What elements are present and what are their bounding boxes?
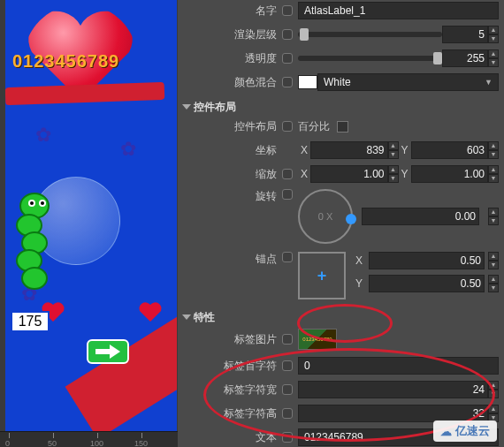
anchor-cross-icon: + (317, 267, 327, 285)
opacity-slider[interactable] (298, 56, 442, 61)
spinner[interactable]: ▲▼ (488, 405, 499, 422)
labelimage-thumb[interactable]: 0123456789 (298, 329, 337, 350)
spinner[interactable]: ▲▼ (488, 275, 499, 292)
atlas-label-digits[interactable]: 0123456789 (12, 51, 119, 72)
flower-icon: ✿ (120, 138, 141, 159)
arrow-right-icon (94, 344, 122, 360)
corner-ribbon (65, 312, 177, 433)
arrow-button[interactable] (87, 339, 129, 364)
spinner[interactable]: ▲▼ (488, 208, 499, 225)
blend-value: White (324, 76, 351, 88)
x-axis-label: X (298, 168, 310, 180)
labelimage-label: 标签图片 (179, 332, 282, 347)
zorder-value[interactable]: 5 (442, 26, 488, 43)
anchor-picker[interactable]: + (298, 252, 346, 299)
name-field[interactable] (298, 2, 499, 19)
scale-label: 缩放 (179, 167, 282, 182)
keyframe-toggle[interactable] (282, 384, 293, 395)
spinner[interactable]: ▲▼ (388, 165, 399, 183)
coord-y-field[interactable]: 603 (411, 141, 489, 159)
text-label: 文本 (179, 430, 282, 445)
y-axis-label: Y (399, 144, 411, 156)
rotation-handle-icon (346, 214, 356, 224)
disclosure-triangle-icon (182, 314, 191, 320)
flower-icon: ✿ (35, 124, 57, 145)
section-feature-header[interactable]: 特性 (179, 308, 499, 326)
zorder-label: 渲染层级 (179, 27, 282, 42)
spinner[interactable]: ▲▼ (388, 141, 399, 159)
percent-checkbox[interactable] (337, 121, 348, 133)
rotate-label: 旋转 (179, 189, 282, 204)
anchor-y-field[interactable]: 0.50 (369, 275, 485, 292)
keyframe-toggle[interactable] (282, 408, 293, 419)
opacity-label: 透明度 (179, 51, 282, 66)
charwidth-field[interactable]: 24 (298, 381, 488, 398)
coord-label: 坐标 (179, 143, 282, 158)
cloud-icon: ☁ (440, 425, 452, 438)
scale-y-field[interactable]: 1.00 (411, 165, 489, 183)
coord-x-field[interactable]: 839 (310, 141, 388, 159)
caterpillar-sprite (11, 193, 60, 299)
watermark: ☁ 亿速云 (433, 420, 497, 442)
spinner[interactable]: ▲▼ (488, 49, 499, 67)
zorder-slider[interactable] (298, 32, 442, 37)
rotation-dial[interactable]: 0 X (298, 189, 353, 244)
keyframe-toggle[interactable] (282, 189, 293, 200)
keyframe-toggle[interactable] (282, 29, 293, 40)
anchor-x-field[interactable]: 0.50 (369, 252, 485, 269)
preview-pane: 0123456789 ✿ ✿ ✿ 175 0 50 100 150 (0, 0, 178, 447)
name-label: 名字 (179, 4, 282, 19)
keyframe-toggle[interactable] (282, 77, 293, 87)
layout-label: 控件布局 (179, 119, 282, 134)
inspector-panel: 名字 渲染层级 5 ▲▼ 透明度 255 ▲▼ 颜色混合 White ▼ (178, 0, 504, 447)
charwidth-label: 标签字符宽 (179, 383, 282, 398)
blend-select[interactable]: White ▼ (317, 73, 499, 91)
rotate-value-field[interactable]: 0.00 (362, 208, 479, 225)
keyframe-toggle[interactable] (282, 121, 293, 132)
keyframe-toggle[interactable] (282, 5, 293, 16)
keyframe-toggle[interactable] (282, 432, 293, 443)
section-layout-header[interactable]: 控件布局 (179, 98, 499, 116)
scene-canvas[interactable]: 0123456789 ✿ ✿ ✿ 175 (5, 0, 177, 433)
keyframe-toggle[interactable] (282, 360, 293, 371)
spinner[interactable]: ▲▼ (488, 381, 499, 398)
y-axis-label: Y (399, 168, 411, 180)
spinner[interactable]: ▲▼ (488, 141, 499, 159)
firstchar-field[interactable] (298, 357, 499, 375)
keyframe-toggle[interactable] (282, 334, 293, 345)
spinner[interactable]: ▲▼ (488, 26, 499, 43)
x-axis-label: X (298, 144, 310, 156)
ribbon-sprite (5, 82, 164, 105)
spinner[interactable]: ▲▼ (488, 252, 499, 269)
charheight-label: 标签字符高 (179, 406, 282, 421)
score-badge[interactable]: 175 (11, 311, 50, 332)
color-swatch[interactable] (298, 75, 317, 89)
chevron-down-icon: ▼ (485, 78, 493, 87)
opacity-value[interactable]: 255 (442, 49, 488, 67)
percent-label: 百分比 (298, 119, 330, 134)
disclosure-triangle-icon (182, 104, 191, 110)
spinner[interactable]: ▲▼ (488, 165, 499, 183)
heart-small-icon (138, 300, 163, 322)
keyframe-toggle[interactable] (282, 169, 293, 179)
timeline-ruler[interactable]: 0 50 100 150 (0, 431, 178, 447)
keyframe-toggle[interactable] (282, 53, 293, 64)
anchor-label: 锚点 (179, 252, 282, 267)
keyframe-toggle[interactable] (282, 252, 293, 262)
charheight-field[interactable]: 32 (298, 405, 488, 422)
firstchar-label: 标签首字符 (179, 359, 282, 374)
scale-x-field[interactable]: 1.00 (310, 165, 388, 183)
blend-label: 颜色混合 (179, 75, 282, 90)
